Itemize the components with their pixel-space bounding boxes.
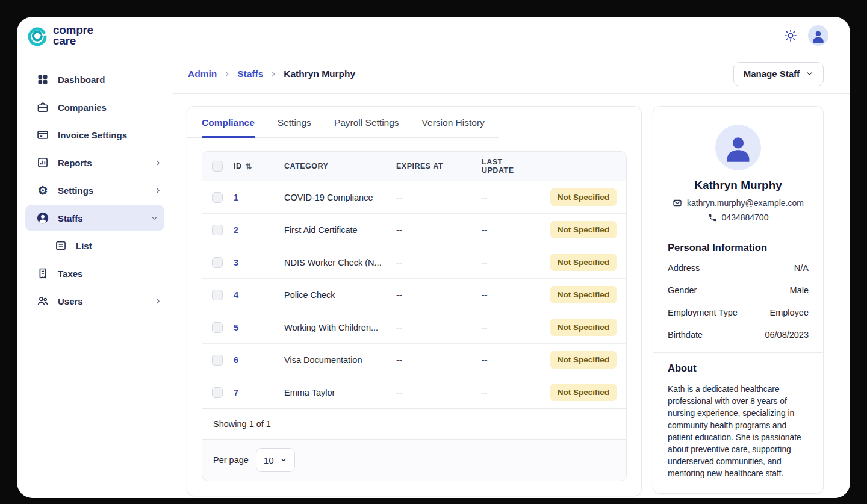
- user-avatar[interactable]: [808, 25, 828, 46]
- column-header-last-update: LAST UPDATE: [482, 158, 536, 175]
- tab-compliance[interactable]: Compliance: [202, 117, 255, 138]
- manage-staff-button[interactable]: Manage Staff: [733, 62, 824, 86]
- divider: [653, 232, 823, 232]
- row-last-update: --: [482, 323, 536, 332]
- sidebar-item-dashboard[interactable]: Dashboard: [17, 66, 173, 93]
- logo-text: compre care: [53, 25, 93, 46]
- sidebar-item-settings[interactable]: ⚙ Settings: [17, 177, 173, 204]
- row-expires-at: --: [396, 193, 482, 202]
- info-label: Birthdate: [668, 330, 703, 340]
- row-checkbox[interactable]: [212, 290, 223, 300]
- sidebar-item-invoice-settings[interactable]: Invoice Settings: [17, 122, 173, 148]
- per-page-value: 10: [264, 455, 274, 465]
- per-page-select[interactable]: 10: [256, 448, 295, 472]
- chevron-right-icon: [223, 70, 231, 78]
- row-expires-at: --: [396, 290, 482, 300]
- tab-version-history[interactable]: Version History: [422, 117, 485, 138]
- select-all-checkbox[interactable]: [212, 161, 223, 172]
- breadcrumb-bar: Admin Staffs Kathryn Murphy Manage Staff: [173, 54, 850, 94]
- sidebar-item-users[interactable]: Users: [17, 288, 173, 314]
- tab-settings[interactable]: Settings: [278, 117, 311, 138]
- pagination-bar: Per page 10: [202, 439, 627, 481]
- table-row: 2 First Aid Certificate -- -- Not Specif…: [202, 213, 626, 246]
- row-expires-at: --: [396, 225, 482, 235]
- sidebar: Dashboard Companies In: [17, 54, 173, 498]
- row-id-link[interactable]: 4: [234, 290, 284, 300]
- sidebar-item-staffs[interactable]: Staffs: [25, 205, 164, 231]
- staff-phone[interactable]: 0434884700: [722, 213, 769, 222]
- status-badge: Not Specified: [550, 319, 617, 336]
- envelope-icon: [673, 198, 682, 208]
- row-id-link[interactable]: 7: [234, 388, 284, 397]
- row-checkbox[interactable]: [212, 387, 223, 398]
- per-page-label: Per page: [213, 455, 249, 465]
- sidebar-item-label: Dashboard: [58, 75, 162, 85]
- topbar: compre care: [17, 17, 850, 54]
- info-row-birthdate: Birthdate 06/08/2023: [668, 330, 809, 340]
- row-checkbox[interactable]: [212, 225, 223, 235]
- row-checkbox[interactable]: [212, 355, 223, 366]
- sidebar-item-label: Staffs: [58, 213, 142, 223]
- staff-email[interactable]: kathryn.murphy@example.com: [687, 198, 804, 208]
- staff-avatar: [715, 125, 761, 170]
- info-value: 06/08/2023: [765, 330, 809, 340]
- breadcrumb-staffs[interactable]: Staffs: [237, 69, 263, 79]
- row-last-update: --: [482, 193, 536, 202]
- theme-toggle-sun-icon[interactable]: [784, 29, 797, 42]
- logo-icon: [26, 25, 48, 46]
- row-id-link[interactable]: 3: [234, 258, 284, 267]
- info-row-employment-type: Employment Type Employee: [668, 308, 809, 317]
- tab-bar: Compliance Settings Payroll Settings Ver…: [187, 107, 499, 138]
- table-row: 3 NDIS Worker Check (N... -- -- Not Spec…: [202, 246, 626, 278]
- info-value: Male: [790, 285, 809, 295]
- compliance-table: ID ⇅ CATEGORY EXPIRES AT LAST UPDATE 1 C…: [202, 151, 627, 408]
- table-row: 1 COVID-19 Compliance -- -- Not Specifie…: [202, 181, 626, 213]
- top-actions: [784, 25, 828, 46]
- row-id-link[interactable]: 6: [234, 355, 284, 365]
- list-icon: [54, 239, 67, 252]
- row-checkbox[interactable]: [212, 192, 223, 203]
- tab-payroll-settings[interactable]: Payroll Settings: [334, 117, 399, 138]
- row-expires-at: --: [396, 258, 482, 267]
- row-checkbox[interactable]: [212, 257, 223, 268]
- row-id-link[interactable]: 5: [234, 323, 284, 332]
- sidebar-item-reports[interactable]: Reports: [17, 149, 173, 176]
- table-row: 6 Visa Documentation -- -- Not Specified: [202, 343, 626, 376]
- sidebar-item-companies[interactable]: Companies: [17, 94, 173, 120]
- compliance-panel: Compliance Settings Payroll Settings Ver…: [187, 106, 642, 496]
- row-checkbox[interactable]: [212, 322, 223, 333]
- row-last-update: --: [482, 225, 536, 235]
- sidebar-item-label: Companies: [58, 102, 162, 113]
- sort-icon[interactable]: ⇅: [246, 162, 252, 171]
- row-id-link[interactable]: 2: [234, 225, 284, 235]
- info-row-address: Address N/A: [668, 263, 809, 273]
- sidebar-item-taxes[interactable]: Taxes: [17, 260, 173, 287]
- showing-count: Showing 1 of 1: [202, 408, 627, 439]
- row-last-update: --: [482, 290, 536, 300]
- info-row-gender: Gender Male: [668, 285, 809, 295]
- staff-phone-row: 0434884700: [668, 213, 809, 222]
- column-header-category: CATEGORY: [284, 162, 396, 170]
- row-expires-at: --: [396, 355, 482, 365]
- manage-staff-label: Manage Staff: [744, 69, 800, 79]
- person-circle-icon: [36, 211, 49, 225]
- breadcrumb-admin[interactable]: Admin: [188, 69, 217, 79]
- status-badge: Not Specified: [550, 188, 617, 206]
- sidebar-item-list[interactable]: List: [17, 232, 173, 259]
- row-category: NDIS Worker Check (N...: [284, 258, 396, 267]
- status-badge: Not Specified: [550, 221, 617, 238]
- status-badge: Not Specified: [550, 254, 617, 271]
- info-value: N/A: [794, 263, 809, 273]
- row-expires-at: --: [396, 323, 482, 332]
- row-id-link[interactable]: 1: [234, 193, 284, 202]
- info-value: Employee: [770, 308, 809, 317]
- divider: [653, 352, 823, 353]
- row-category: Visa Documentation: [284, 355, 396, 365]
- table-header-row: ID ⇅ CATEGORY EXPIRES AT LAST UPDATE: [202, 152, 626, 181]
- table-row: 4 Police Check -- -- Not Specified: [202, 278, 626, 311]
- users-icon: [36, 294, 49, 308]
- chevron-right-icon: [154, 187, 162, 194]
- bar-chart-icon: [36, 156, 49, 169]
- chevron-down-icon: [151, 214, 158, 222]
- sidebar-item-label: Users: [58, 296, 146, 306]
